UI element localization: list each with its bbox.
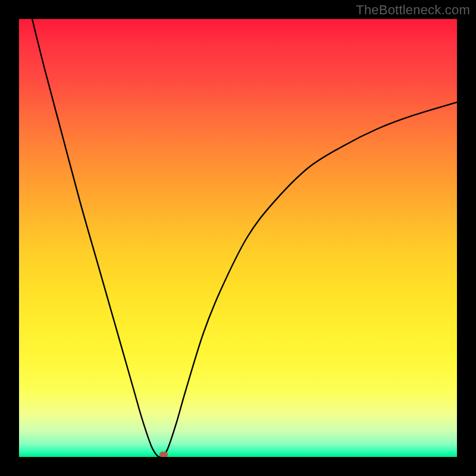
optimal-point-marker — [159, 452, 168, 457]
watermark-text: TheBottleneck.com — [356, 2, 470, 18]
curve-path — [32, 19, 457, 457]
plot-area — [19, 19, 457, 457]
bottleneck-curve — [19, 19, 457, 457]
chart-frame: TheBottleneck.com — [0, 0, 476, 476]
